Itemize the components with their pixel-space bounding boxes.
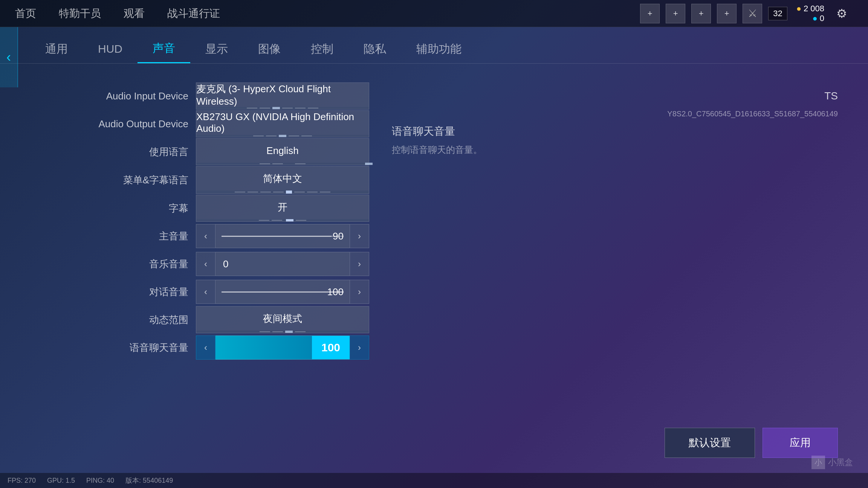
menu-language-control: 简体中文: [196, 166, 369, 194]
watermark: 小 小黑盒: [811, 456, 853, 469]
dialogue-volume-control: ‹ 100 ›: [196, 280, 369, 304]
default-settings-button[interactable]: 默认设置: [665, 428, 755, 458]
bottom-buttons: 默认设置 应用: [665, 428, 838, 458]
dynamic-range-value: 夜间模式: [196, 307, 369, 331]
indicator-block: [365, 163, 373, 165]
language-indicator: [196, 163, 369, 165]
music-volume-control: ‹ 0 ›: [196, 252, 369, 276]
music-volume-box: 0: [215, 252, 350, 276]
ts-label: TS: [392, 90, 838, 102]
language-label: 使用语言: [30, 145, 196, 159]
tab-audio[interactable]: 声音: [138, 35, 190, 63]
watermark-text: 小黑盒: [828, 457, 853, 468]
settings-icon[interactable]: ⚙: [830, 2, 853, 25]
currency-row-1: ● 2 008: [796, 4, 824, 14]
b1: [286, 219, 293, 221]
tab-display[interactable]: 显示: [190, 35, 243, 63]
tab-control[interactable]: 控制: [296, 35, 348, 63]
subtitles-indicator: [196, 219, 369, 221]
dialogue-volume-label: 对话音量: [30, 285, 196, 299]
dynamic-range-control: 夜间模式: [196, 306, 369, 333]
nav-right-section: + + + + ⚔ 32 ● 2 008 ● 0 ⚙: [640, 2, 853, 25]
voice-section-desc: 控制语音聊天的音量。: [392, 143, 838, 157]
d3: [260, 192, 271, 192]
audio-output-value: XB273U GX (NVIDIA High Definition Audio): [196, 111, 369, 135]
dialogue-volume-slider: ‹ 100 ›: [196, 280, 369, 304]
voice-chat-increase[interactable]: ›: [350, 336, 369, 360]
music-volume-value: 0: [222, 258, 228, 270]
menu-language-value: 简体中文: [196, 166, 369, 191]
tab-image[interactable]: 图像: [243, 35, 296, 63]
d6: [307, 192, 318, 192]
tab-general[interactable]: 通用: [30, 35, 83, 63]
nav-battlepass[interactable]: 战斗通行证: [167, 5, 220, 22]
d2: [272, 331, 283, 332]
nav-watch[interactable]: 观看: [124, 5, 145, 22]
indicator-dash: [260, 163, 270, 164]
indicator-dash: [260, 108, 270, 108]
tab-accessibility[interactable]: 辅助功能: [401, 35, 477, 63]
voice-chat-label: 语音聊天音量: [30, 341, 196, 354]
nav-icon-plus1[interactable]: +: [640, 4, 660, 23]
b1: [286, 191, 292, 194]
rank-badge: 32: [768, 7, 787, 20]
music-volume-row: 音乐音量 ‹ 0 ›: [30, 250, 369, 278]
indicator-block: [279, 135, 286, 137]
d3: [295, 331, 306, 332]
ping-display: PING: 40: [86, 477, 114, 485]
audio-output-control: XB273U GX (NVIDIA High Definition Audio): [196, 110, 369, 137]
dynamic-range-dropdown[interactable]: 夜间模式: [196, 306, 369, 333]
voice-chat-row: 语音聊天音量 ‹ 100 ›: [30, 334, 369, 361]
dynamic-range-label: 动态范围: [30, 313, 196, 326]
indicator-dash: [247, 108, 257, 108]
currency2-value: 0: [820, 14, 824, 23]
master-volume-decrease[interactable]: ‹: [196, 224, 215, 248]
currency-display: ● 2 008 ● 0: [796, 4, 824, 23]
nav-agents[interactable]: 特勤干员: [59, 5, 101, 22]
fps-display: FPS: 270: [8, 477, 36, 485]
voice-chat-value: 100: [312, 336, 350, 359]
d4: [273, 192, 284, 192]
d7: [320, 192, 330, 192]
audio-output-row: Audio Output Device XB273U GX (NVIDIA Hi…: [30, 110, 369, 137]
dynamic-range-row: 动态范围 夜间模式: [30, 306, 369, 333]
dynamic-range-indicator: [196, 331, 369, 333]
language-dropdown[interactable]: English: [196, 138, 369, 165]
dialogue-volume-row: 对话音量 ‹ 100 ›: [30, 278, 369, 305]
audio-input-dropdown[interactable]: 麦克风 (3- HyperX Cloud Flight Wireless): [196, 82, 369, 110]
voice-chat-decrease[interactable]: ‹: [196, 336, 215, 360]
music-volume-slider: ‹ 0 ›: [196, 252, 369, 276]
nav-icon-plus4[interactable]: +: [717, 4, 737, 23]
music-volume-decrease[interactable]: ‹: [196, 252, 215, 276]
nav-home[interactable]: 首页: [15, 5, 36, 22]
tab-privacy[interactable]: 隐私: [348, 35, 401, 63]
currency-row-2: ● 0: [812, 14, 824, 23]
audio-output-dropdown[interactable]: XB273U GX (NVIDIA High Definition Audio): [196, 110, 369, 137]
subtitles-label: 字幕: [30, 202, 196, 215]
apply-button[interactable]: 应用: [763, 428, 838, 458]
music-volume-increase[interactable]: ›: [350, 252, 369, 276]
indicator-dash: [295, 163, 306, 164]
subtitles-control: 开: [196, 195, 369, 222]
subtitles-dropdown[interactable]: 开: [196, 195, 369, 222]
language-control: English: [196, 138, 369, 165]
audio-output-indicator: [196, 135, 369, 137]
nav-icon-plus3[interactable]: +: [691, 4, 711, 23]
back-button[interactable]: ‹: [0, 27, 18, 87]
menu-language-dropdown[interactable]: 简体中文: [196, 166, 369, 194]
indicator-dash: [289, 136, 299, 136]
dialogue-volume-decrease[interactable]: ‹: [196, 280, 215, 304]
dialogue-volume-increase[interactable]: ›: [350, 280, 369, 304]
master-volume-increase[interactable]: ›: [350, 224, 369, 248]
music-volume-label: 音乐音量: [30, 258, 196, 271]
version-display: 版本: 55406149: [125, 476, 173, 485]
master-volume-control: ‹ 90 ›: [196, 224, 369, 248]
d2: [248, 192, 258, 192]
nav-icon-agent[interactable]: ⚔: [743, 4, 762, 23]
nav-icon-plus2[interactable]: +: [666, 4, 685, 23]
tab-hud[interactable]: HUD: [83, 37, 138, 61]
menu-language-label: 菜单&字幕语言: [30, 174, 196, 187]
master-volume-row: 主音量 ‹ 90 ›: [30, 223, 369, 250]
master-volume-label: 主音量: [30, 230, 196, 243]
d3: [296, 220, 306, 221]
